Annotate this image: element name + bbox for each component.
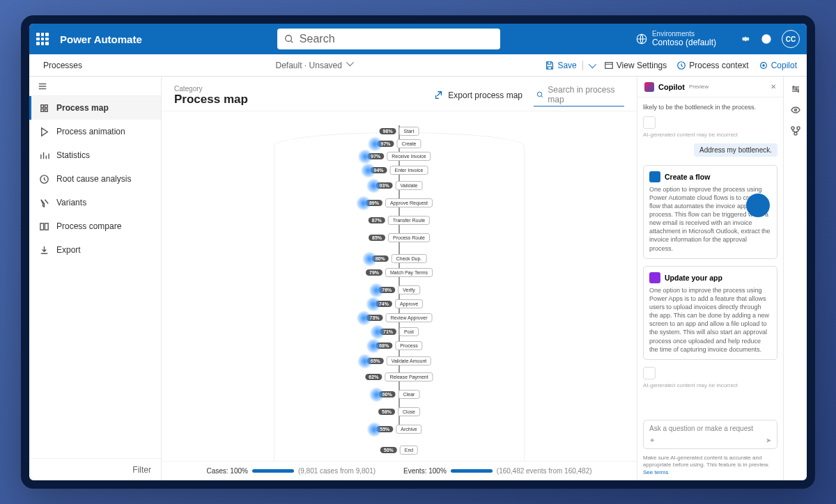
- export-process-map[interactable]: Export process map: [434, 90, 522, 100]
- copy-icon[interactable]: [643, 116, 656, 129]
- global-search[interactable]: Search: [277, 29, 500, 49]
- flow-icon: [649, 171, 660, 182]
- branch-icon[interactable]: [790, 125, 801, 136]
- card-update-app[interactable]: Update your app One option to improve th…: [643, 266, 777, 360]
- environment-picker[interactable]: Environments Contoso (default): [635, 31, 716, 47]
- svg-point-13: [797, 127, 800, 129]
- sidebar-item-statistics[interactable]: Statistics: [29, 143, 161, 167]
- content-area: Category Process map Export process map …: [162, 77, 637, 480]
- env-label: Environments: [652, 31, 716, 38]
- process-map-canvas[interactable]: 98%Start97%Create97%Receive Invoice94%En…: [162, 111, 637, 461]
- events-label: Events: 100%: [403, 467, 447, 475]
- copilot-input[interactable]: Ask a question or make a request ✦ ➤: [643, 420, 777, 449]
- cases-bar: [252, 469, 294, 473]
- process-node[interactable]: 58%Close: [378, 407, 420, 416]
- copilot-logo-icon: [644, 82, 654, 92]
- copilot-title: Copilot: [658, 83, 685, 91]
- page-crumb: Category: [174, 85, 248, 93]
- process-node[interactable]: 62%Release Payment: [365, 372, 433, 381]
- highlight-dot: [746, 194, 770, 217]
- copilot-msg: likely to be the bottleneck in the proce…: [643, 103, 777, 112]
- save-icon: [545, 61, 555, 70]
- process-node[interactable]: 79%Match Pay Terms: [366, 268, 433, 277]
- process-node[interactable]: 93%Validate: [376, 181, 423, 190]
- svg-point-6: [762, 64, 765, 67]
- view-icon: [604, 61, 614, 70]
- view-settings-button[interactable]: View Settings: [604, 61, 667, 70]
- left-sidebar: Process mapProcess animationStatisticsRo…: [29, 77, 162, 480]
- footer-stats: Cases: 100% (9,801 cases from 9,801) Eve…: [162, 461, 637, 480]
- sidebar-item-process-map[interactable]: Process map: [29, 96, 161, 120]
- copilot-icon: [759, 61, 768, 70]
- card-create-flow[interactable]: Create a flow One option to improve the …: [643, 165, 777, 259]
- process-node[interactable]: 50%End: [380, 446, 418, 455]
- send-icon[interactable]: ➤: [766, 436, 771, 444]
- process-node[interactable]: 76%Verify: [378, 285, 420, 294]
- waffle-icon[interactable]: [36, 33, 49, 45]
- export-icon: [434, 90, 444, 100]
- process-node[interactable]: 74%Approve: [376, 299, 423, 308]
- process-node[interactable]: 55%Archive: [376, 425, 421, 434]
- process-node[interactable]: 60%Clear: [379, 390, 420, 399]
- nav-icon: [39, 127, 49, 137]
- svg-rect-8: [40, 223, 44, 229]
- copilot-button[interactable]: Copilot: [759, 61, 797, 70]
- preview-tag: Preview: [689, 84, 709, 90]
- sidebar-item-process-compare[interactable]: Process compare: [29, 214, 161, 238]
- sidebar-item-variants[interactable]: Variants: [29, 191, 161, 214]
- process-node[interactable]: 71%Post: [380, 327, 419, 336]
- page-title: Process map: [174, 93, 248, 107]
- process-node[interactable]: 73%Review Approver: [366, 313, 433, 322]
- hamburger-icon[interactable]: [29, 77, 161, 96]
- process-node[interactable]: 65%Validate Amount: [367, 356, 431, 365]
- process-search[interactable]: Search in process map: [534, 84, 624, 107]
- eye-icon[interactable]: [790, 104, 801, 116]
- settings-icon[interactable]: [740, 33, 751, 45]
- user-message: Address my bottleneck.: [694, 143, 777, 157]
- ai-disclaimer: AI-generated content may be incorrect: [643, 132, 777, 138]
- save-button[interactable]: Save: [545, 61, 594, 70]
- sliders-icon[interactable]: [790, 84, 801, 95]
- doc-state[interactable]: Default · Unsaved: [89, 61, 538, 70]
- process-context-button[interactable]: Process context: [676, 61, 748, 70]
- process-node[interactable]: 97%Create: [377, 139, 421, 148]
- process-node[interactable]: 87%Transfer Route: [369, 216, 430, 225]
- env-name: Contoso (default): [652, 38, 716, 47]
- process-node[interactable]: 97%Receive Invoice: [367, 152, 431, 161]
- filter-button[interactable]: Filter: [29, 458, 161, 480]
- filter-icon: [39, 425, 127, 489]
- sparkle-icon[interactable]: ✦: [649, 436, 655, 444]
- sidebar-item-root-cause-analysis[interactable]: Root cause analysis: [29, 167, 161, 191]
- see-terms-link[interactable]: See terms: [643, 469, 668, 475]
- search-placeholder: Search: [300, 33, 335, 45]
- process-node[interactable]: 68%Process: [376, 341, 422, 350]
- ai-disclaimer: AI-generated content may be incorrect: [643, 382, 777, 388]
- command-bar: Processes Default · Unsaved Save View Se…: [29, 54, 807, 77]
- nav-icon: [39, 221, 49, 232]
- user-avatar[interactable]: CC: [782, 30, 800, 48]
- svg-rect-3: [605, 62, 613, 68]
- copy-icon[interactable]: [643, 367, 656, 379]
- chevron-down-icon[interactable]: [589, 60, 596, 68]
- help-icon[interactable]: [761, 33, 772, 45]
- close-icon[interactable]: ✕: [771, 83, 776, 90]
- svg-point-10: [537, 92, 541, 96]
- search-icon: [536, 90, 543, 99]
- svg-point-12: [791, 127, 794, 129]
- process-node[interactable]: 85%Process Route: [369, 233, 430, 242]
- nav-icon: [39, 198, 49, 208]
- copilot-panel: Copilot Preview ✕ likely to be the bottl…: [637, 77, 783, 480]
- process-node[interactable]: 94%Enter Invoice: [371, 166, 428, 175]
- cases-label: Cases: 100%: [206, 467, 247, 475]
- right-rail: [783, 77, 807, 480]
- svg-point-0: [286, 36, 292, 42]
- environment-icon: [635, 33, 648, 45]
- breadcrumb[interactable]: Processes: [43, 61, 82, 70]
- sidebar-item-process-animation[interactable]: Process animation: [29, 120, 161, 143]
- process-node[interactable]: 98%Start: [380, 127, 419, 136]
- process-node[interactable]: 89%Approve Request: [366, 198, 433, 207]
- process-node[interactable]: 80%Check Dup.: [372, 254, 427, 263]
- svg-point-11: [794, 109, 796, 111]
- sidebar-item-export[interactable]: Export: [29, 238, 161, 262]
- nav-icon: [39, 174, 49, 184]
